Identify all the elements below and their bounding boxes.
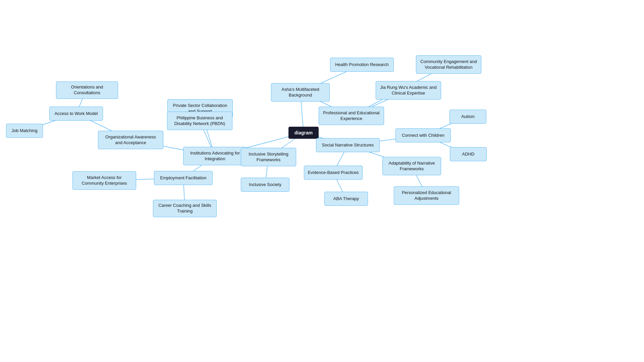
- node-career_coaching[interactable]: Career Coaching and Skills Training: [153, 200, 217, 217]
- node-adaptability[interactable]: Adaptability of Narrative Frameworks: [382, 157, 441, 175]
- node-inclusive_soc[interactable]: Inclusive Society: [241, 178, 289, 192]
- node-market_access[interactable]: Market Access for Community Enterprises: [72, 171, 136, 190]
- node-inclusive_story[interactable]: Inclusive Storytelling Frameworks: [241, 148, 296, 166]
- node-jia_rung[interactable]: Jia Rung Wu's Academic and Clinical Expe…: [376, 81, 441, 100]
- node-personalized_edu[interactable]: Personalized Educational Adjustments: [394, 186, 459, 205]
- node-job_matching[interactable]: Job Matching: [6, 124, 43, 138]
- node-orientations[interactable]: Orientations and Consultations: [56, 81, 118, 99]
- node-prof_edu[interactable]: Professional and Educational Experience: [319, 107, 384, 125]
- node-connect_children[interactable]: Connect with Children: [395, 128, 451, 142]
- node-social_narrative[interactable]: Social Narrative Structures: [316, 138, 380, 152]
- node-ashas_multi[interactable]: Asha's Multifaceted Background: [271, 83, 330, 102]
- node-employment_fac[interactable]: Employment Facilitation: [154, 171, 213, 185]
- node-org_awareness[interactable]: Organizational Awareness and Acceptance: [98, 131, 163, 149]
- node-pbdn[interactable]: Philippine Business and Disability Netwo…: [167, 112, 232, 130]
- node-autism[interactable]: Autism: [449, 110, 486, 124]
- node-evidence_based[interactable]: Evidence-Based Practices: [304, 166, 363, 180]
- node-access_to_work[interactable]: Access to Work Model: [49, 107, 103, 121]
- node-health_promo[interactable]: Health Promotion Research: [330, 58, 394, 72]
- diagram-container: diagramJob MatchingAccess to Work ModelO…: [0, 0, 644, 362]
- node-adhd[interactable]: ADHD: [450, 147, 487, 161]
- node-community_eng[interactable]: Community Engagement and Vocational Reha…: [416, 55, 481, 74]
- node-center[interactable]: diagram: [288, 127, 319, 139]
- node-aba_therapy[interactable]: ABA Therapy: [324, 192, 368, 206]
- node-institutions[interactable]: Institutions Advocating for Integration: [183, 147, 247, 165]
